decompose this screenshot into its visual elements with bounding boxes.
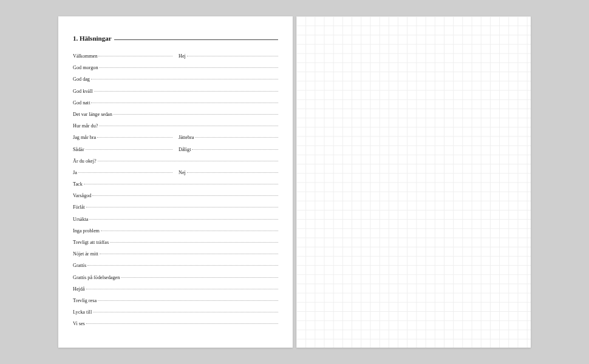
vocab-cell: Trevlig resa	[73, 295, 278, 306]
vocab-row: Lycka till	[73, 306, 278, 318]
vocab-row: Ursäkta	[73, 214, 278, 225]
vocab-cell: Lycka till	[73, 306, 278, 318]
vocab-row: Jag mår braJättebra	[73, 132, 278, 143]
dotted-line	[86, 289, 278, 289]
vocab-row: Trevligt att träffas	[73, 237, 278, 248]
vocab-cell: Grattis på födelsedagen	[73, 272, 278, 283]
vocab-cell: Grattis	[73, 260, 278, 271]
dotted-line	[187, 172, 278, 173]
vocab-cell: Vi ses	[73, 318, 278, 329]
vocab-word: Trevligt att träffas	[73, 237, 110, 248]
vocab-cell: God natt	[73, 97, 278, 109]
vocab-row: Varsågod	[73, 190, 278, 201]
vocab-cell: Inga problem	[73, 225, 278, 237]
page-title-line	[114, 39, 278, 40]
dotted-line	[98, 300, 278, 301]
vocab-cell: God dag	[73, 73, 278, 85]
dotted-line	[100, 254, 278, 254]
page-title: 1. Hälsningar	[73, 35, 278, 42]
vocab-word: Det var länge sedan	[73, 109, 114, 120]
vocab-word: Ursäkta	[73, 214, 89, 225]
vocab-word: Varsågod	[73, 190, 92, 201]
vocab-word: Grattis på födelsedagen	[73, 272, 121, 283]
vocab-row: Tack	[73, 178, 278, 190]
dotted-line	[91, 103, 278, 103]
vocab-row: VälkommenHej	[73, 50, 278, 62]
vocab-row: Vi ses	[73, 318, 278, 329]
vocab-word: God morgon	[73, 62, 99, 73]
vocab-row: God natt	[73, 97, 278, 109]
vocab-word: Nöjet är mitt	[73, 248, 100, 260]
vocab-cell: Ursäkta	[73, 214, 278, 225]
vocab-row: Förlåt	[73, 201, 278, 213]
dotted-line	[78, 172, 172, 173]
vocab-rows: VälkommenHejGod morgonGod dagGod kvällGo…	[73, 50, 278, 330]
vocab-row: God morgon	[73, 62, 278, 73]
dotted-line	[110, 242, 278, 243]
vocab-row: God dag	[73, 73, 278, 85]
vocab-cell: Ja	[73, 167, 172, 178]
dotted-line	[98, 56, 172, 56]
vocab-cell: Tack	[73, 178, 278, 190]
dotted-line	[195, 137, 278, 138]
vocab-row: Är du okej?	[73, 155, 278, 167]
dotted-line	[93, 312, 278, 312]
dotted-line	[94, 91, 278, 92]
vocab-cell: God morgon	[73, 62, 278, 73]
vocab-cell: Sådär	[73, 144, 172, 155]
dotted-line	[91, 79, 278, 79]
vocab-word: Lycka till	[73, 306, 93, 318]
vocab-word: Jag mår bra	[73, 132, 97, 143]
dotted-line	[86, 207, 278, 207]
vocab-row: SådärDåligt	[73, 144, 278, 155]
vocab-word: Grattis	[73, 260, 87, 271]
page-spread: 1. Hälsningar VälkommenHejGod morgonGod …	[58, 16, 531, 348]
vocab-cell: Varsågod	[73, 190, 278, 201]
vocab-cell: Dåligt	[179, 144, 278, 155]
vocab-word: God dag	[73, 73, 91, 85]
vocab-row: Trevlig resa	[73, 295, 278, 306]
vocab-cell: Hej	[179, 50, 278, 62]
vocab-word: Dåligt	[179, 144, 192, 155]
vocab-row: Det var länge sedan	[73, 109, 278, 120]
dotted-line	[84, 184, 278, 184]
dotted-line	[98, 161, 278, 161]
vocab-row: Hejdå	[73, 283, 278, 295]
dotted-line	[97, 137, 172, 138]
vocab-word: Trevlig resa	[73, 295, 98, 306]
vocab-cell: Jättebra	[179, 132, 278, 143]
vocab-word: Välkommen	[73, 50, 98, 62]
vocab-word: Hej	[179, 50, 187, 62]
dotted-line	[99, 67, 278, 68]
dotted-line	[99, 126, 278, 126]
right-page-grid	[296, 16, 531, 348]
dotted-line	[89, 219, 278, 220]
vocab-word: Hejdå	[73, 283, 86, 295]
dotted-line	[86, 323, 278, 324]
dotted-line	[86, 149, 172, 150]
vocab-word: Tack	[73, 178, 84, 190]
vocab-word: Sådär	[73, 144, 86, 155]
vocab-row: Hur mår du?	[73, 120, 278, 132]
vocab-word: Förlåt	[73, 201, 86, 213]
vocab-word: Jättebra	[179, 132, 195, 143]
vocab-cell: Nej	[179, 167, 278, 178]
vocab-cell: Välkommen	[73, 50, 172, 62]
vocab-cell: Hur mår du?	[73, 120, 278, 132]
vocab-cell: Trevligt att träffas	[73, 237, 278, 248]
vocab-cell: Hejdå	[73, 283, 278, 295]
vocab-cell: Förlåt	[73, 201, 278, 213]
dotted-line	[101, 231, 278, 231]
dotted-line	[87, 265, 278, 266]
vocab-row: Nöjet är mitt	[73, 248, 278, 260]
vocab-word: Ja	[73, 167, 78, 178]
dotted-line	[92, 195, 278, 196]
vocab-row: Inga problem	[73, 225, 278, 237]
vocab-cell: Jag mår bra	[73, 132, 172, 143]
vocab-row: Grattis	[73, 260, 278, 271]
dotted-line	[121, 277, 278, 278]
vocab-row: JaNej	[73, 167, 278, 178]
page-title-text: 1. Hälsningar	[73, 35, 112, 42]
left-page: 1. Hälsningar VälkommenHejGod morgonGod …	[58, 16, 293, 348]
vocab-word: Hur mår du?	[73, 120, 99, 132]
